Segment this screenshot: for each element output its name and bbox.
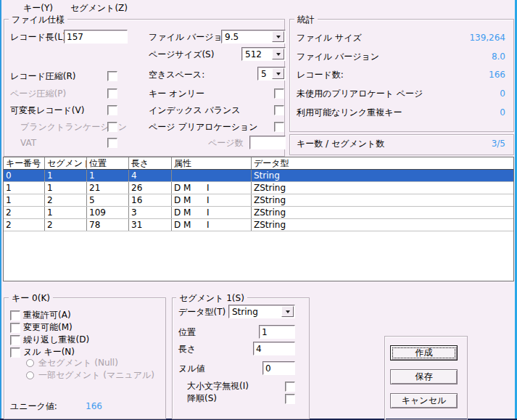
- menu-bar: キー(Y) セグメント(Z): [1, 0, 515, 17]
- cell-datatype: String: [252, 170, 513, 181]
- key-segment-table[interactable]: キー番号 セグメント 位置 長さ 属性 データ型 0 1 1 4 String …: [3, 157, 514, 281]
- cancel-button[interactable]: キャンセル: [390, 393, 458, 408]
- index-balance-checkbox[interactable]: [274, 105, 284, 115]
- segment-datatype-value: String: [232, 307, 258, 317]
- page-preallocation-label: ページ プリアロケーション: [149, 122, 258, 132]
- file-size-value: 139,264: [469, 33, 505, 43]
- header-datatype[interactable]: データ型: [252, 157, 513, 169]
- descending-label: 降順(S): [187, 393, 217, 403]
- case-insensitive-label: 大小文字無視(I): [187, 381, 249, 391]
- cell-datatype: ZString: [252, 219, 513, 231]
- index-balance-label: インデックス バランス: [149, 105, 241, 115]
- page-preallocation-checkbox[interactable]: [274, 122, 284, 132]
- cell-segment: 2: [45, 219, 87, 231]
- modifiable-checkbox[interactable]: [10, 323, 20, 333]
- cell-attributes: D MI: [172, 182, 252, 194]
- all-segments-radio: [26, 359, 34, 367]
- unique-values-value: 166: [86, 401, 102, 411]
- segment-length-label: 長さ: [178, 344, 196, 354]
- modifiable-label: 変更可能(M): [23, 322, 73, 332]
- null-key-label: ヌル キー(N): [23, 347, 75, 357]
- cell-key: 2: [4, 219, 45, 231]
- cell-key: 0: [4, 170, 45, 181]
- variable-records-checkbox[interactable]: [107, 105, 117, 115]
- cell-position: 5: [87, 194, 129, 206]
- segment-datatype-dropdown[interactable]: String: [228, 305, 295, 318]
- cell-segment: 2: [45, 194, 87, 206]
- menu-segment[interactable]: セグメント(Z): [69, 1, 129, 15]
- cell-key: 1: [4, 182, 45, 194]
- descending-checkbox[interactable]: [285, 394, 295, 404]
- unused-prealloc-pages-label: 未使用のプリアロケート ページ: [297, 88, 423, 99]
- page-count-label: ページ数: [208, 138, 244, 148]
- case-insensitive-checkbox[interactable]: [285, 382, 295, 392]
- cell-position: 78: [87, 219, 129, 231]
- record-compression-checkbox[interactable]: [107, 71, 117, 81]
- unused-prealloc-pages-value: 0: [500, 88, 505, 99]
- chevron-down-icon[interactable]: [281, 306, 294, 317]
- header-segment[interactable]: セグメント: [45, 157, 87, 169]
- record-length-input[interactable]: [64, 30, 128, 44]
- cell-datatype: ZString: [252, 194, 513, 206]
- record-count-label: レコード数:: [297, 70, 344, 80]
- key-only-checkbox[interactable]: [274, 88, 284, 99]
- free-space-dropdown[interactable]: 5: [257, 67, 286, 81]
- segment-null-value-input[interactable]: [262, 361, 295, 375]
- segment-position-input[interactable]: [259, 325, 295, 339]
- segment-datatype-label: データ型(T): [178, 307, 226, 317]
- page-size-dropdown[interactable]: 512: [241, 47, 286, 61]
- unique-values-label: ユニーク値:: [10, 401, 57, 411]
- cell-datatype: ZString: [252, 182, 513, 194]
- cell-attributes: D MI: [172, 207, 252, 218]
- cell-length: 26: [129, 182, 172, 194]
- segment-null-value-label: ヌル値: [178, 363, 205, 374]
- segment-length-input[interactable]: [253, 342, 295, 355]
- chevron-down-icon[interactable]: [272, 31, 284, 42]
- header-key-number[interactable]: キー番号: [4, 157, 45, 169]
- repeating-dup-checkbox[interactable]: [10, 335, 20, 345]
- header-length[interactable]: 長さ: [129, 157, 172, 169]
- chevron-down-icon[interactable]: [272, 49, 284, 59]
- file-version-dropdown[interactable]: 9.5: [221, 30, 286, 44]
- header-attributes[interactable]: 属性: [172, 157, 252, 169]
- page-compression-checkbox: [107, 88, 117, 99]
- file-size-label: ファイル サイズ: [297, 33, 362, 43]
- table-header-row: キー番号 セグメント 位置 長さ 属性 データ型: [4, 157, 513, 170]
- save-button[interactable]: 保存: [390, 369, 458, 384]
- table-row[interactable]: 2 2 78 31 D MI ZString: [4, 219, 513, 231]
- record-length-label: レコード長(L): [10, 32, 66, 42]
- linked-dup-keys-label: 利用可能なリンク重複キー: [297, 107, 402, 118]
- cell-length: 4: [129, 170, 172, 181]
- dup-allowed-checkbox[interactable]: [10, 310, 20, 321]
- page-compression-label: ページ圧縮(P): [10, 88, 66, 99]
- cell-attributes: D MI: [172, 219, 252, 231]
- cell-key: 2: [4, 207, 45, 218]
- file-version-value: 9.5: [225, 32, 239, 42]
- window-border-left: [0, 0, 1, 420]
- file-spec-group-title: ファイル仕様: [9, 14, 67, 26]
- record-count-value: 166: [489, 70, 505, 80]
- vat-checkbox: [107, 138, 117, 148]
- key-segment-count-label: キー数 / セグメント数: [297, 139, 384, 149]
- table-row[interactable]: 2 1 109 3 D MI ZString: [4, 207, 513, 219]
- cell-segment: 1: [45, 182, 87, 194]
- create-button[interactable]: 作成: [390, 345, 458, 361]
- vat-label: VAT: [20, 138, 36, 148]
- any-segment-radio: [26, 371, 34, 379]
- free-space-label: 空きスペース:: [149, 70, 204, 80]
- table-row[interactable]: 0 1 1 4 String: [4, 170, 513, 182]
- cell-length: 16: [129, 194, 172, 206]
- page-count-input[interactable]: [249, 136, 286, 149]
- chevron-down-icon[interactable]: [272, 68, 284, 79]
- header-position[interactable]: 位置: [87, 157, 129, 169]
- cell-length: 31: [129, 219, 172, 231]
- table-row[interactable]: 1 1 21 26 D MI ZString: [4, 182, 513, 194]
- null-key-checkbox[interactable]: [10, 347, 20, 358]
- free-space-value: 5: [261, 69, 267, 79]
- cell-datatype: ZString: [252, 207, 513, 218]
- linked-dup-keys-value: 0: [500, 107, 505, 118]
- cell-position: 21: [87, 182, 129, 194]
- table-row[interactable]: 1 2 5 16 D MI ZString: [4, 194, 513, 207]
- dup-allowed-label: 重複許可(A): [23, 310, 71, 320]
- variable-records-label: 可変長レコード(V): [10, 105, 84, 115]
